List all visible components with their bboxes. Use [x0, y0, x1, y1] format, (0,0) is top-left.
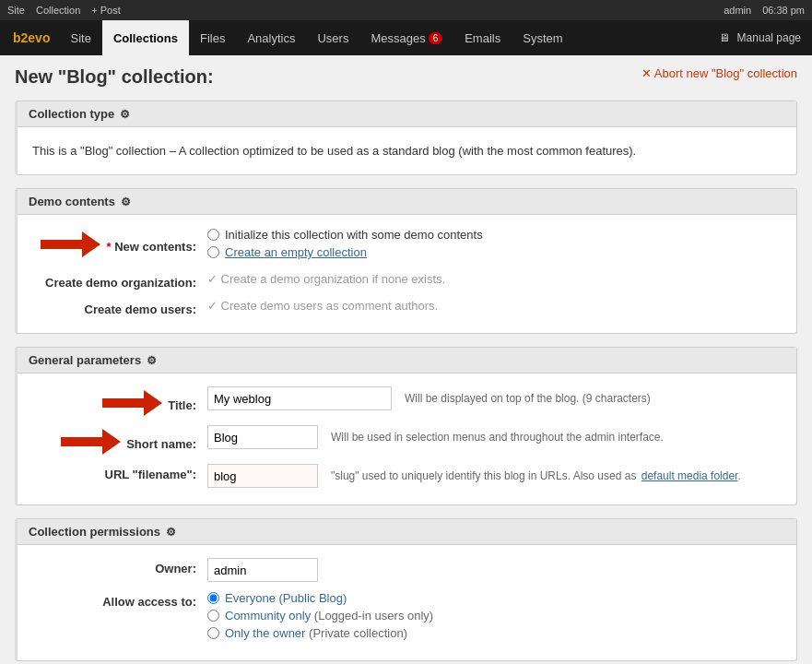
title-arrow: [102, 390, 162, 416]
nav-item-system[interactable]: System: [512, 20, 573, 55]
access-everyone: Everyone (Public Blog): [207, 591, 782, 605]
radio-init-demo-input[interactable]: [207, 229, 219, 241]
radio-community-label[interactable]: Community only (Logged-in users only): [225, 609, 433, 622]
demo-contents-header: Demo contents: [18, 189, 796, 215]
radio-owner-only-input[interactable]: [207, 627, 219, 639]
new-contents-arrow: [41, 231, 100, 257]
post-menu[interactable]: + Post: [91, 5, 121, 16]
nav-item-messages[interactable]: Messages 6: [359, 20, 453, 55]
radio-empty-collection-input[interactable]: [207, 246, 219, 258]
create-demo-users-row: Create demo users: ✓ Create demo users a…: [32, 299, 782, 316]
default-media-folder-link[interactable]: default media folder: [641, 469, 738, 482]
nav-item-files[interactable]: Files: [189, 20, 236, 55]
brand-logo[interactable]: b2evo: [4, 20, 59, 55]
top-bar: Site Collection + Post admin 06:38 pm: [0, 0, 812, 20]
url-filename-controls: "slug" used to uniquely identify this bl…: [207, 464, 782, 488]
general-params-header: General parameters: [18, 348, 796, 374]
url-filename-input[interactable]: [207, 464, 318, 488]
new-contents-label: * New contents:: [106, 236, 196, 254]
short-name-arrow: [61, 429, 121, 455]
demo-contents-body: * New contents: Initialize this collecti…: [18, 215, 796, 333]
demo-contents-section: Demo contents * New contents: Initialize…: [15, 188, 797, 334]
general-params-gear-icon: [147, 353, 157, 367]
demo-contents-title: Demo contents: [29, 195, 115, 208]
owner-label: Owner:: [32, 558, 207, 575]
radio-everyone-input[interactable]: [207, 592, 219, 604]
nav-item-site[interactable]: Site: [59, 20, 101, 55]
nav-item-users[interactable]: Users: [306, 20, 359, 55]
arrow-head-2: [144, 390, 162, 416]
create-demo-users-controls: ✓ Create demo users as comment authors.: [207, 299, 782, 313]
owner-controls: [207, 558, 782, 582]
title-input[interactable]: [207, 386, 392, 410]
collection-type-title: Collection type: [29, 107, 114, 121]
arrow-body-2: [102, 398, 144, 408]
radio-empty-collection: Create an empty collection: [207, 245, 782, 259]
collection-permissions-title: Collection permissions: [29, 525, 160, 539]
radio-init-demo-label[interactable]: Initialize this collection with some dem…: [225, 228, 483, 242]
short-name-controls: Will be used in selection menus and thro…: [207, 425, 782, 449]
nav-bar: b2evo Site Collections Files Analytics U…: [0, 20, 812, 55]
collection-type-header: Collection type: [18, 101, 796, 127]
nav-item-collections[interactable]: Collections: [102, 20, 189, 55]
title-row: Title: Will be displayed on top of the b…: [32, 386, 782, 416]
access-owner-only: Only the owner (Private collection): [207, 626, 782, 640]
title-hint: Will be displayed on top of the blog. (9…: [405, 392, 651, 405]
radio-everyone-label[interactable]: Everyone (Public Blog): [225, 591, 347, 605]
radio-owner-only-label[interactable]: Only the owner (Private collection): [225, 626, 407, 640]
short-name-hint: Will be used in selection menus and thro…: [331, 431, 664, 444]
manual-page-link[interactable]: Manual page: [737, 31, 801, 44]
create-demo-org-row: Create demo organization: ✓ Create a dem…: [32, 272, 782, 290]
new-contents-row: * New contents: Initialize this collecti…: [32, 228, 782, 263]
create-demo-users-label: Create demo users:: [32, 299, 207, 316]
owner-input[interactable]: [207, 558, 318, 582]
messages-badge: 6: [429, 32, 443, 44]
arrow-body: [41, 240, 82, 249]
title-controls: Will be displayed on top of the blog. (9…: [207, 386, 782, 410]
nav-left: b2evo Site Collections Files Analytics U…: [4, 20, 574, 55]
page-title: New "Blog" collection:: [15, 66, 214, 88]
general-params-body: Title: Will be displayed on top of the b…: [18, 374, 796, 504]
radio-community-input[interactable]: [207, 610, 219, 622]
collection-type-body: This is a "Blog" collection – A collecti…: [18, 127, 796, 174]
create-demo-org-controls: ✓ Create a demo organization if none exi…: [207, 272, 782, 286]
time-display: 06:38 pm: [762, 5, 805, 16]
short-name-label: Short name:: [126, 433, 196, 451]
collection-permissions-gear-icon: [166, 525, 176, 539]
site-menu[interactable]: Site: [7, 5, 25, 16]
collection-permissions-section: Collection permissions Owner: Allow acce…: [15, 518, 797, 661]
general-params-title: General parameters: [29, 353, 141, 367]
access-community: Community only (Logged-in users only): [207, 609, 782, 622]
allow-access-label: Allow access to:: [32, 591, 207, 609]
demo-contents-gear-icon: [121, 195, 131, 208]
top-bar-right: admin 06:38 pm: [724, 5, 805, 16]
collection-permissions-header: Collection permissions: [18, 519, 796, 545]
arrow-head: [82, 231, 100, 257]
collection-type-section: Collection type This is a "Blog" collect…: [15, 101, 797, 175]
nav-right: 🖥 Manual page: [719, 31, 808, 44]
collection-menu[interactable]: Collection: [36, 5, 80, 16]
general-params-section: General parameters Title: Will be displa…: [15, 347, 797, 505]
arrow-body-3: [61, 437, 102, 446]
collection-permissions-body: Owner: Allow access to: Everyone (Public…: [18, 545, 796, 660]
owner-row: Owner:: [32, 558, 782, 582]
page-header: New "Blog" collection: ✕ Abort new "Blog…: [15, 66, 797, 88]
allow-access-controls: Everyone (Public Blog) Community only (L…: [207, 591, 782, 644]
new-contents-controls: Initialize this collection with some dem…: [207, 228, 782, 263]
admin-label[interactable]: admin: [724, 5, 751, 16]
nav-item-analytics[interactable]: Analytics: [236, 20, 306, 55]
url-filename-hint: "slug" used to uniquely identify this bl…: [331, 469, 741, 482]
top-bar-left: Site Collection + Post: [7, 5, 121, 16]
url-filename-label: URL "filename":: [32, 464, 207, 481]
abort-link[interactable]: ✕ Abort new "Blog" collection: [641, 66, 797, 80]
radio-empty-collection-label[interactable]: Create an empty collection: [225, 245, 367, 259]
create-demo-org-label: Create demo organization:: [32, 272, 207, 290]
page-content: New "Blog" collection: ✕ Abort new "Blog…: [0, 55, 812, 664]
radio-init-demo: Initialize this collection with some dem…: [207, 228, 782, 242]
create-demo-org-hint: ✓ Create a demo organization if none exi…: [207, 272, 445, 286]
arrow-head-3: [102, 429, 121, 455]
allow-access-row: Allow access to: Everyone (Public Blog) …: [32, 591, 782, 644]
url-filename-row: URL "filename": "slug" used to uniquely …: [32, 464, 782, 488]
short-name-input[interactable]: [207, 425, 318, 449]
nav-item-emails[interactable]: Emails: [453, 20, 512, 55]
